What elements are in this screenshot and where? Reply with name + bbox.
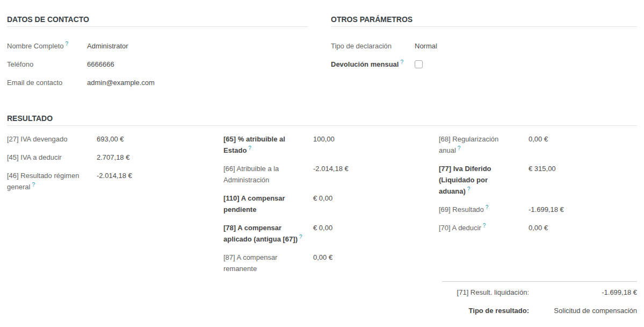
help-icon: ? [248, 145, 251, 151]
field-nombre-completo: Nombre Completo? Administrator [7, 40, 308, 52]
field-27-iva-devengado: [27] IVA devengado 693,00 € [7, 133, 215, 145]
field-label: [87] A compensar remanente [223, 252, 305, 274]
field-label: [69] Resultado? [439, 204, 520, 215]
field-label: [27] IVA devengado [7, 133, 88, 145]
field-77-iva-diferido: [77] Iva Diferido (Liquidado por aduana)… [439, 163, 637, 197]
field-110-a-compensar-pendiente: [110] A compensar pendiente € 0,00 [223, 193, 430, 215]
field-value: 693,00 € [97, 133, 215, 145]
field-66-atribuible-administracion: [66] Atribuible a la Administración -2.0… [223, 163, 430, 186]
params-section-title: OTROS PARÁMETROS [331, 15, 637, 27]
help-icon: ? [486, 204, 489, 210]
field-telefono: Teléfono 6666666 [7, 59, 308, 70]
field-value: -2.014,18 € [97, 170, 215, 193]
help-icon: ? [483, 223, 486, 229]
field-label: [46] Resultado régimen general? [7, 170, 88, 193]
result-section-title: RESULTADO [7, 113, 637, 126]
total-value: Solicitud de compensación [529, 305, 637, 316]
result-column-3: [68] Regularización anual? 0,00 € [77] I… [439, 133, 637, 281]
help-icon: ? [400, 59, 403, 65]
field-label: Nombre Completo? [7, 40, 79, 52]
field-value: -2.014,18 € [313, 163, 430, 186]
total-label: Tipo de resultado: [442, 305, 529, 316]
field-value: 6666666 [87, 59, 308, 70]
field-devolucion-mensual: Devolución mensual? [331, 59, 637, 72]
field-87-a-compensar-remanente: [87] A compensar remanente 0,00 € [223, 252, 430, 274]
field-label: [45] IVA a deducir [7, 152, 88, 163]
field-46-resultado-regimen-general: [46] Resultado régimen general? -2.014,1… [7, 170, 215, 193]
field-label: [68] Regularización anual? [439, 133, 520, 156]
field-label: [66] Atribuible a la Administración [223, 163, 305, 186]
contact-group: DATOS DE CONTACTO Nombre Completo? Admin… [7, 15, 308, 95]
devolucion-mensual-checkbox[interactable] [415, 60, 423, 68]
params-group: OTROS PARÁMETROS Tipo de declaración Nor… [331, 15, 637, 95]
result-column-2: [65] % atribuible al Estado? 100,00 [66]… [223, 133, 430, 281]
field-tipo-declaracion: Tipo de declaración Normal [331, 40, 637, 52]
field-label: Devolución mensual? [331, 59, 407, 72]
field-value: € 0,00 [313, 193, 430, 215]
help-icon: ? [458, 145, 461, 151]
field-value: 0,00 € [529, 133, 637, 156]
field-69-resultado: [69] Resultado? -1.699,18 € [439, 204, 637, 215]
field-70-a-deducir: [70] A deducir? 0,00 € [439, 222, 637, 233]
total-row-tipo-resultado: Tipo de resultado: Solicitud de compensa… [442, 305, 637, 316]
field-value: admin@example.com [87, 77, 308, 88]
field-label: [110] A compensar pendiente [223, 193, 305, 215]
field-value: € 315,00 [529, 163, 637, 197]
field-value: 100,00 [313, 133, 430, 156]
top-groups: DATOS DE CONTACTO Nombre Completo? Admin… [7, 15, 637, 95]
help-icon: ? [66, 41, 69, 47]
field-value: Administrator [87, 40, 308, 52]
field-78-a-compensar-aplicado: [78] A compensar aplicado (antigua [67])… [223, 222, 430, 245]
field-45-iva-a-deducir: [45] IVA a deducir 2.707,18 € [7, 152, 215, 163]
field-label: [78] A compensar aplicado (antigua [67])… [223, 222, 305, 245]
field-65-atribuible-estado: [65] % atribuible al Estado? 100,00 [223, 133, 430, 156]
field-value: € 0,00 [313, 222, 430, 245]
field-68-regularizacion-anual: [68] Regularización anual? 0,00 € [439, 133, 637, 156]
field-value: 0,00 € [529, 222, 637, 233]
result-column-1: [27] IVA devengado 693,00 € [45] IVA a d… [7, 133, 215, 281]
field-value: 2.707,18 € [97, 152, 215, 163]
field-email-contacto: Email de contacto admin@example.com [7, 77, 308, 88]
field-label: Tipo de declaración [331, 40, 407, 52]
result-section: RESULTADO [27] IVA devengado 693,00 € [4… [7, 113, 637, 316]
field-label: [77] Iva Diferido (Liquidado por aduana)… [439, 163, 520, 197]
field-value: 0,00 € [313, 252, 430, 274]
form-view: DATOS DE CONTACTO Nombre Completo? Admin… [0, 0, 644, 316]
help-icon: ? [467, 186, 471, 192]
liquidation-totals: [71] Result. liquidación: -1.699,18 € Ti… [442, 281, 637, 316]
help-icon: ? [299, 234, 302, 240]
help-icon: ? [32, 182, 35, 188]
field-label: [65] % atribuible al Estado? [223, 133, 305, 156]
result-columns: [27] IVA devengado 693,00 € [45] IVA a d… [7, 133, 637, 281]
field-label: [70] A deducir? [439, 222, 520, 233]
total-label: [71] Result. liquidación: [442, 287, 529, 298]
field-label: Teléfono [7, 59, 79, 70]
field-label: Email de contacto [7, 77, 79, 88]
contact-section-title: DATOS DE CONTACTO [7, 15, 308, 27]
field-value: -1.699,18 € [529, 204, 637, 215]
total-value: -1.699,18 € [529, 287, 637, 298]
field-value: Normal [415, 40, 637, 52]
total-row-result-liquidacion: [71] Result. liquidación: -1.699,18 € [442, 287, 637, 298]
